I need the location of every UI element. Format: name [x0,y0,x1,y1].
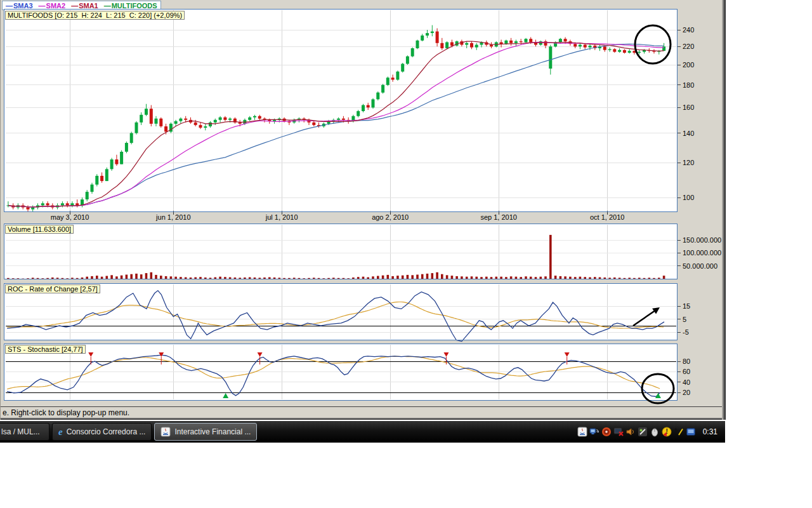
date-label: jun 1, 2010 [155,213,190,221]
status-text: e. Right-click to display pop-up menu. [3,408,129,417]
sts-ytick: 20 [683,389,690,396]
taskbar-button-label: Interactive Financial ... [174,427,251,436]
date-label: jul 1, 2010 [265,213,298,221]
volume-ytick: 100.000.000 [683,249,721,257]
date-label: may 3, 2010 [51,213,89,221]
warning-icon[interactable]: ! [662,427,672,437]
price-panel-label: MULTIFOODS [O: 215 H: 224 L: 215 C: 220]… [5,11,185,20]
screen: —SMA3—SMA2—SMA1—MULTIFOODS 2402202001801… [0,0,812,508]
price-ytick: 120 [683,159,694,166]
volume-panel [4,224,678,279]
roc-panel-label: ROC - Rate of Change [2,57] [5,284,100,293]
price-ytick: 100 [683,194,694,201]
display-error-icon[interactable] [613,427,624,437]
window-bottom-edge [1,418,726,420]
antivirus-icon[interactable] [674,427,684,437]
sts-ytick: 80 [683,358,690,365]
volume-ytick: 150.000.000 [683,236,721,244]
date-label: sep 1, 2010 [480,213,517,221]
date-label: oct 1, 2010 [590,213,624,221]
svg-text:!: ! [665,428,667,435]
price-ytick: 140 [683,130,694,137]
roc-ytick: 5 [683,316,686,323]
charts-canvas[interactable]: 240220200180160140120100may 3, 2010jun 1… [1,0,726,420]
system-tray: !0:31 [577,427,725,437]
taskbar-button-1[interactable]: lsa / MUL... [0,423,49,441]
volume-panel-label: Volume [11.633.600] [5,225,74,234]
volume-icon[interactable] [625,427,636,437]
price-ytick: 220 [683,43,694,50]
java-icon [160,427,171,437]
taskbar-clock[interactable]: 0:31 [703,427,717,436]
taskbar-button-label: lsa / MUL... [1,427,40,436]
java-icon[interactable] [577,427,587,437]
price-ytick: 160 [683,104,694,111]
volume-ytick: 50.000.000 [683,262,717,270]
taskbar-button-3[interactable]: Interactive Financial ... [154,423,257,441]
sts-ytick: 40 [683,378,690,386]
price-ytick: 180 [683,81,694,89]
sts-ytick: 60 [683,368,690,375]
mouse-icon[interactable] [650,427,660,437]
window-right-edge[interactable] [722,0,726,420]
price-panel [4,9,678,212]
roc-ytick: 15 [683,302,690,310]
date-label: ago 2, 2010 [372,213,409,221]
taskbar: lsa / MUL...eConsorcio Corredora ...Inte… [0,421,725,443]
media-player-icon[interactable] [601,427,612,437]
snip-icon[interactable] [638,427,648,437]
internet-explorer-icon: e [58,427,63,437]
network-display-icon[interactable] [589,427,599,437]
trading-app-window: —SMA3—SMA2—SMA1—MULTIFOODS 2402202001801… [0,0,726,420]
price-ytick: 200 [683,61,694,69]
sts-panel-label: STS - Stochastic [24,77] [5,345,86,354]
taskbar-button-2[interactable]: eConsorcio Corredora ... [52,423,152,441]
roc-ytick: -5 [683,328,689,336]
network-icon[interactable] [686,427,696,437]
price-ytick: 240 [683,26,694,34]
status-bar: e. Right-click to display pop-up menu. [1,406,724,418]
taskbar-buttons: lsa / MUL...eConsorcio Corredora ...Inte… [0,423,258,441]
taskbar-button-label: Consorcio Corredora ... [67,427,146,436]
